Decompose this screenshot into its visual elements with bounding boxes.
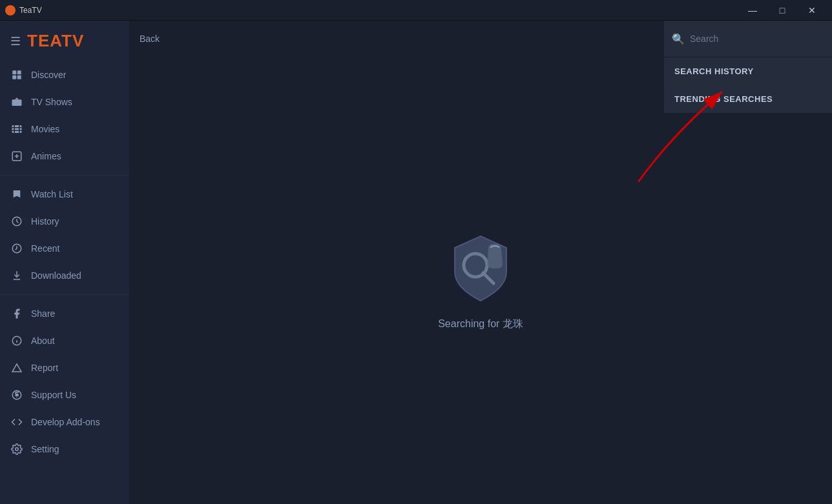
- sidebar-item-history[interactable]: History: [0, 208, 129, 235]
- gear-icon: [10, 443, 23, 456]
- history-icon: [10, 215, 23, 228]
- sidebar-label-movies: Movies: [31, 124, 59, 134]
- plus-square-icon: [10, 150, 23, 163]
- nav-divider-2: [0, 294, 129, 295]
- svg-point-22: [16, 448, 19, 451]
- facebook-icon: [10, 307, 23, 320]
- sidebar-label-about: About: [31, 336, 55, 346]
- sidebar-item-about[interactable]: About: [0, 327, 129, 354]
- sidebar-item-recent[interactable]: Recent: [0, 235, 129, 262]
- sidebar-item-animes[interactable]: Animes: [0, 143, 129, 170]
- sidebar-item-downloaded[interactable]: Downloaded: [0, 262, 129, 289]
- search-dropdown: SEARCH HISTORY TRENDING SEARCHES: [664, 57, 832, 113]
- sidebar-label-setting: Setting: [31, 444, 59, 454]
- grid-icon: [10, 68, 23, 81]
- sidebar-item-movies[interactable]: Movies: [0, 116, 129, 143]
- content-area: Searching for 龙珠: [129, 57, 832, 504]
- film-icon: [10, 123, 23, 136]
- svg-rect-20: [16, 369, 17, 370]
- svg-rect-0: [12, 70, 16, 74]
- svg-rect-1: [17, 70, 21, 74]
- info-icon: [10, 334, 23, 347]
- back-button[interactable]: Back: [140, 34, 160, 44]
- svg-rect-3: [17, 76, 21, 79]
- sidebar-label-animes: Animes: [31, 151, 61, 161]
- svg-rect-19: [16, 367, 17, 369]
- search-placeholder: Searching for 龙珠: [438, 230, 523, 331]
- tv-icon: [10, 96, 23, 108]
- app-title: TeaTV: [19, 6, 42, 15]
- shield-search-icon: [442, 230, 519, 307]
- sidebar-item-share[interactable]: Share: [0, 300, 129, 327]
- searching-text: Searching for 龙珠: [438, 318, 523, 331]
- minimize-button[interactable]: —: [738, 0, 767, 21]
- svg-rect-5: [12, 125, 22, 133]
- sidebar-label-share: Share: [31, 308, 55, 319]
- trending-searches-item[interactable]: TRENDING SEARCHES: [664, 85, 832, 113]
- sidebar-item-support[interactable]: Support Us: [0, 381, 129, 408]
- main-content: Back 🔍 SEARCH HISTORY TRENDING SEARCHES: [129, 21, 832, 504]
- sidebar-label-support: Support Us: [31, 390, 76, 400]
- sidebar-item-report[interactable]: Report: [0, 354, 129, 381]
- dollar-icon: [10, 388, 23, 401]
- search-history-item[interactable]: SEARCH HISTORY: [664, 57, 832, 85]
- sidebar-item-tvshows[interactable]: TV Shows: [0, 88, 129, 116]
- search-input[interactable]: [690, 34, 824, 44]
- bookmark-icon: [10, 188, 23, 201]
- sidebar: ☰ TEATV Discover TV Shows: [0, 21, 129, 504]
- sidebar-label-watchlist: Watch List: [31, 189, 73, 199]
- sidebar-label-develop: Develop Add-ons: [31, 417, 100, 427]
- top-bar: Back 🔍 SEARCH HISTORY TRENDING SEARCHES: [129, 21, 832, 57]
- sidebar-header: ☰ TEATV: [0, 21, 129, 59]
- sidebar-item-discover[interactable]: Discover: [0, 61, 129, 88]
- code-icon: [10, 416, 23, 428]
- sidebar-label-recent: Recent: [31, 243, 59, 254]
- search-bar: 🔍: [664, 21, 832, 57]
- warning-icon: [10, 361, 23, 374]
- recent-icon: [10, 242, 23, 255]
- maximize-button[interactable]: □: [767, 0, 797, 21]
- close-button[interactable]: ✕: [797, 0, 827, 21]
- teatv-icon: [5, 5, 16, 15]
- sidebar-item-setting[interactable]: Setting: [0, 436, 129, 463]
- logo-text: TEATV: [27, 31, 84, 51]
- hamburger-icon[interactable]: ☰: [10, 34, 21, 48]
- sidebar-item-watchlist[interactable]: Watch List: [0, 181, 129, 208]
- sidebar-nav: Discover TV Shows: [0, 59, 129, 504]
- sidebar-label-discover: Discover: [31, 70, 66, 80]
- search-icon: 🔍: [672, 33, 685, 45]
- search-container: 🔍 SEARCH HISTORY TRENDING SEARCHES: [664, 21, 832, 57]
- nav-divider-1: [0, 175, 129, 176]
- sidebar-label-history: History: [31, 216, 59, 227]
- svg-rect-4: [12, 99, 22, 106]
- sidebar-label-report: Report: [31, 363, 58, 373]
- title-bar: TeaTV — □ ✕: [0, 0, 832, 21]
- title-bar-controls: — □ ✕: [738, 0, 827, 21]
- title-bar-left: TeaTV: [5, 5, 42, 15]
- download-icon: [10, 269, 23, 282]
- sidebar-item-develop[interactable]: Develop Add-ons: [0, 408, 129, 436]
- sidebar-label-tvshows: TV Shows: [31, 97, 72, 107]
- sidebar-label-downloaded: Downloaded: [31, 270, 81, 281]
- svg-rect-2: [12, 76, 16, 79]
- app-container: ☰ TEATV Discover TV Shows: [0, 21, 832, 504]
